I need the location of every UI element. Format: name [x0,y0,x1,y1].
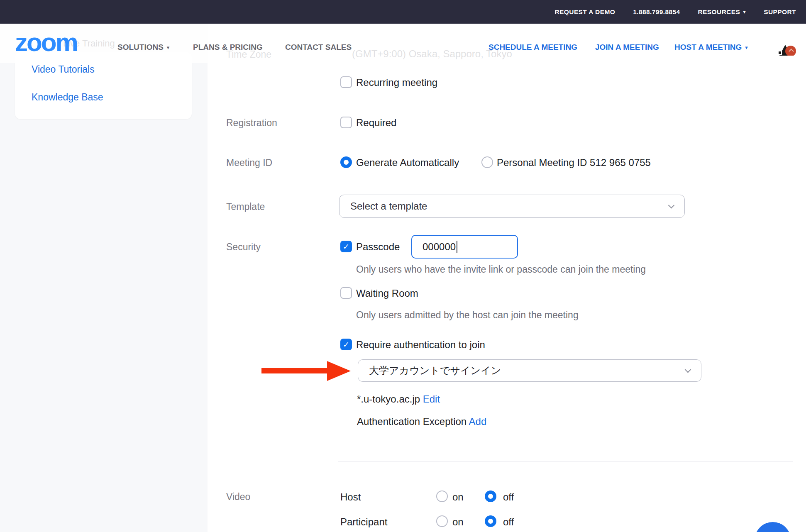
video-participant-label: Participant [340,516,387,528]
waiting-room-hint: Only users admitted by the host can join… [356,310,579,321]
meeting-id-personal-radio[interactable] [481,156,493,168]
auth-domains-row: *.u-tokyo.ac.jp Edit [357,393,440,405]
annotation-arrow-tail [261,368,328,373]
chevron-down-icon [668,202,675,208]
passcode-value: 000000 [423,241,456,253]
template-label: Template [226,201,265,212]
recurring-meeting-label: Recurring meeting [356,77,437,88]
nav-join-meeting-link[interactable]: JOIN A MEETING [595,42,659,52]
caret-down-icon: ▾ [167,45,170,50]
chevron-down-icon [685,366,691,373]
video-label: Video [226,491,250,503]
meeting-id-label: Meeting ID [226,157,272,168]
security-label: Security [226,242,261,253]
auth-method-value: 大学アカウントでサインイン [369,364,501,377]
video-host-on-radio[interactable] [436,491,448,502]
auth-exception-row: Authentication Exception Add [357,416,486,427]
request-demo-link[interactable]: REQUEST A DEMO [555,8,615,16]
help-fab-button[interactable] [755,522,791,532]
video-participant-off-label: off [503,516,514,528]
section-divider [338,461,793,462]
page: Live Training Time Zone (GMT+9:00) Osaka… [0,0,806,532]
meeting-id-personal-label: Personal Meeting ID 512 965 0755 [497,157,651,168]
sidebar-item-video-tutorials[interactable]: Video Tutorials [32,64,95,75]
top-utility-bar: REQUEST A DEMO 1.888.799.8854 RESOURCES … [0,0,806,24]
nav-plans-pricing-link[interactable]: PLANS & PRICING [193,42,263,52]
video-host-label: Host [340,491,361,503]
waiting-room-checkbox[interactable] [340,287,352,299]
auth-exception-label: Authentication Exception [357,416,467,427]
video-participant-on-label: on [452,516,464,528]
template-select[interactable]: Select a template [339,195,685,218]
phone-number-link[interactable]: 1.888.799.8854 [633,8,680,16]
nav-schedule-meeting-link[interactable]: SCHEDULE A MEETING [488,42,577,52]
passcode-label: Passcode [356,241,400,253]
video-host-off-radio[interactable] [485,491,496,502]
video-host-on-label: on [452,491,464,503]
resources-label: RESOURCES [698,8,740,16]
passcode-hint: Only users who have the invite link or p… [356,264,646,275]
zoom-logo[interactable]: zoom [15,30,77,55]
auth-method-select[interactable]: 大学アカウントでサインイン [358,359,701,382]
video-participant-off-radio[interactable] [485,515,496,527]
avatar-square-shape [778,51,782,55]
profile-avatar[interactable] [777,41,797,56]
caret-down-icon: ▾ [743,9,746,15]
nav-solutions-menu[interactable]: SOLUTIONS ▾ [117,42,169,52]
check-icon: ✓ [343,340,349,349]
meeting-id-generate-radio[interactable] [340,156,352,168]
resources-menu[interactable]: RESOURCES ▾ [698,8,746,16]
recurring-meeting-checkbox[interactable] [340,76,352,88]
caret-down-icon: ▾ [745,45,748,50]
nav-host-meeting-menu[interactable]: HOST A MEETING ▾ [674,42,748,52]
registration-label: Registration [226,117,277,129]
registration-required-label: Required [356,117,396,129]
check-icon: ✓ [343,242,349,251]
auth-domains-edit-link[interactable]: Edit [423,393,440,405]
registration-required-checkbox[interactable] [340,117,352,128]
passcode-input[interactable]: 000000 [411,235,518,259]
sidebar-item-knowledge-base[interactable]: Knowledge Base [32,92,103,103]
auth-domains-value: *.u-tokyo.ac.jp [357,393,420,405]
template-select-value: Select a template [350,200,427,212]
video-host-off-label: off [503,491,514,503]
video-participant-on-radio[interactable] [436,515,448,527]
nav-host-meeting-label: HOST A MEETING [674,42,742,52]
support-link[interactable]: SUPPORT [764,8,796,16]
waiting-room-label: Waiting Room [356,288,418,299]
require-auth-checkbox[interactable]: ✓ [340,339,352,350]
passcode-checkbox[interactable]: ✓ [340,241,352,252]
auth-exception-add-link[interactable]: Add [469,416,487,427]
require-auth-label: Require authentication to join [356,339,485,351]
nav-contact-sales-link[interactable]: CONTACT SALES [285,42,352,52]
nav-solutions-label: SOLUTIONS [117,42,164,52]
meeting-id-generate-label: Generate Automatically [356,157,459,168]
text-cursor [457,241,457,253]
annotation-arrow-icon [327,361,351,381]
